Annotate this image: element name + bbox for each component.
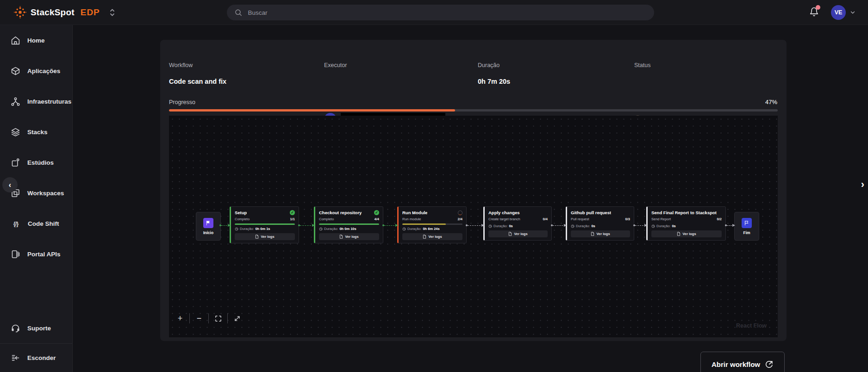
node-subtitle: Pull request (571, 217, 589, 221)
workflow-label: Workflow (169, 62, 193, 68)
ver-logs-button[interactable]: Ver logs (319, 233, 379, 240)
portal-apis-icon (11, 249, 20, 259)
brand-switcher-icon[interactable] (110, 8, 115, 17)
flow-node-send-final-report[interactable]: Send Final Report to Stackspot Send Repo… (646, 206, 726, 241)
sidebar-item-estudios[interactable]: Estúdios (0, 147, 72, 178)
ver-logs-button[interactable]: Ver logs (402, 233, 462, 240)
sidebar-item-home[interactable]: Home (0, 25, 72, 56)
notification-dot (816, 5, 820, 10)
home-icon (11, 36, 20, 45)
cube-icon (11, 66, 20, 76)
clock-icon (319, 227, 323, 231)
sidebar-item-label: Infraestruturas (27, 98, 71, 105)
react-flow-attribution: React Flow (736, 322, 767, 329)
user-menu[interactable]: VE (831, 5, 856, 20)
finish-flag-icon (742, 218, 752, 228)
check-circle-icon: ✓ (374, 210, 379, 215)
node-label: Fim (743, 230, 750, 235)
progress-label: Progresso (169, 99, 195, 105)
node-title: Setup (235, 210, 247, 215)
sidebar-item-code-shift[interactable]: {/} Code Shift (0, 208, 72, 239)
node-title: Run Module (402, 210, 427, 215)
node-duration: 0h 0m 1s (255, 227, 270, 231)
node-label: Início (203, 230, 213, 235)
right-panel-expand-button[interactable]: › (861, 180, 864, 190)
clock-icon (402, 227, 406, 231)
ver-logs-button[interactable]: Ver logs (235, 233, 295, 240)
duration-prefix: Duração: (407, 227, 421, 231)
duration-prefix: Duração: (324, 227, 338, 231)
workflow-name: Code scan and fix (169, 78, 226, 85)
fullscreen-button[interactable] (232, 314, 242, 323)
sidebar-item-label: Esconder (27, 354, 56, 361)
ver-logs-button[interactable]: Ver logs (571, 230, 630, 237)
sidebar-item-label: Aplicações (27, 68, 60, 74)
flow-edge (384, 225, 397, 226)
node-subtitle: Send Report (651, 217, 671, 221)
ver-logs-label: Ver logs (596, 232, 610, 236)
executor-label: Executor (324, 62, 347, 68)
sidebar-collapse-button[interactable]: ‹ (2, 177, 18, 192)
search-icon (234, 8, 242, 17)
fit-view-button[interactable] (213, 314, 223, 323)
flow-node-checkout-repository[interactable]: Checkout repository ✓ Completo 4/4 Duraç… (314, 206, 383, 243)
brand-logo[interactable]: StackSpotEDP (14, 6, 115, 19)
flow-node-run-module[interactable]: Run Module Run module 2/4 Duração: 0h 6m… (397, 206, 467, 243)
flow-edge (635, 225, 646, 226)
search-bar[interactable] (227, 5, 654, 20)
collapse-menu-icon (11, 353, 20, 363)
duration-prefix: Duração: (240, 227, 254, 231)
ver-logs-label: Ver logs (514, 232, 527, 236)
sidebar-item-infraestruturas[interactable]: Infraestruturas (0, 86, 72, 117)
sidebar-item-portal-apis[interactable]: Portal APIs (0, 239, 72, 269)
progress-bar (169, 109, 778, 112)
workflow-detail-card: Workflow Code scan and fix Executor VE D… (160, 40, 787, 341)
duration-value: 0h 7m 20s (478, 78, 510, 85)
node-progress-bar (319, 223, 379, 225)
sidebar-item-label: Portal APIs (27, 251, 61, 258)
ver-logs-button[interactable]: Ver logs (651, 230, 722, 237)
sidebar-footer: Suporte Esconder (0, 313, 72, 372)
duration-label: Duração (478, 62, 500, 68)
node-title: Github pull request (571, 210, 611, 215)
node-step-count: 1/1 (290, 217, 295, 221)
clock-icon (235, 227, 238, 231)
node-progress-fill (319, 223, 379, 225)
fit-view-icon (215, 315, 222, 322)
ver-logs-button[interactable]: Ver logs (488, 230, 548, 237)
node-step-count: 2/4 (458, 217, 462, 221)
flow-edge (727, 225, 734, 226)
sidebar-item-aplicacoes[interactable]: Aplicações (0, 56, 72, 86)
sidebar-item-stacks[interactable]: Stacks (0, 117, 72, 147)
flow-node-github-pull-request[interactable]: Github pull request Pull request 0/3 Dur… (566, 206, 634, 241)
topbar-actions: VE (809, 0, 856, 25)
ver-logs-label: Ver logs (345, 235, 358, 239)
controls-divider (208, 313, 209, 323)
open-workflow-label: Abrir workflow (712, 360, 760, 368)
open-workflow-button[interactable]: Abrir workflow (700, 352, 785, 372)
node-duration: 0s (509, 224, 512, 228)
clock-icon (651, 224, 655, 228)
zoom-in-button[interactable]: + (175, 314, 185, 323)
controls-divider (227, 313, 228, 323)
node-duration: 0s (672, 224, 675, 228)
chevron-down-icon (849, 9, 856, 16)
flow-node-fim[interactable]: Fim (734, 212, 759, 241)
sidebar-item-esconder[interactable]: Esconder (0, 343, 72, 372)
clock-icon (488, 224, 492, 228)
ver-logs-label: Ver logs (428, 235, 442, 239)
zoom-out-button[interactable]: − (194, 314, 204, 323)
flow-node-apply-changes[interactable]: Apply changes Create target branch 0/4 D… (483, 206, 552, 241)
sidebar-item-suporte[interactable]: Suporte (0, 313, 72, 343)
search-input[interactable] (248, 9, 647, 16)
sidebar-item-label: Code Shift (28, 220, 59, 227)
node-progress-fill (402, 223, 446, 225)
studio-icon (11, 158, 20, 167)
workflow-canvas[interactable]: Início Setup ✓ Completo 1/1 Duração: 0h … (169, 116, 778, 337)
node-progress-bar (402, 223, 462, 225)
user-avatar[interactable]: VE (831, 5, 846, 20)
notifications-button[interactable] (809, 7, 819, 19)
flow-node-inicio[interactable]: Início (196, 212, 221, 241)
network-icon (11, 97, 20, 106)
flow-node-setup[interactable]: Setup ✓ Completo 1/1 Duração: 0h 0m 1s V… (230, 206, 299, 243)
